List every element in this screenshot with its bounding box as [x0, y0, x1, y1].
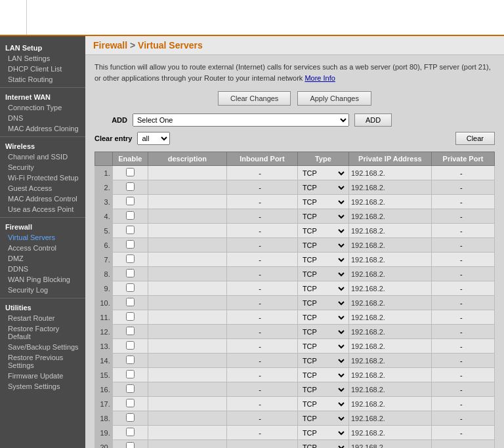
ip-last-octet[interactable]: [385, 169, 405, 177]
description-input[interactable]: [150, 213, 224, 220]
description-input[interactable]: [150, 285, 224, 293]
ip-last-octet[interactable]: [385, 184, 405, 192]
private-port-start[interactable]: [434, 357, 460, 365]
ip-last-octet[interactable]: [385, 342, 405, 350]
sidebar-item-channel-ssid[interactable]: Channel and SSID: [0, 152, 85, 162]
type-select[interactable]: TCPUDPBoth: [300, 342, 346, 351]
type-select[interactable]: TCPUDPBoth: [300, 414, 346, 423]
description-input[interactable]: [150, 314, 224, 321]
inbound-port-start[interactable]: [229, 443, 259, 449]
enable-checkbox[interactable]: [126, 240, 135, 249]
type-select[interactable]: TCPUDPBoth: [300, 327, 346, 336]
private-port-start[interactable]: [434, 285, 460, 293]
inbound-port-start[interactable]: [229, 256, 259, 264]
clear-button[interactable]: Clear: [455, 132, 495, 145]
sidebar-item-access-control[interactable]: Access Control: [0, 243, 85, 253]
enable-checkbox[interactable]: [126, 197, 135, 205]
private-port-end[interactable]: [463, 314, 489, 321]
inbound-port-end[interactable]: [261, 285, 291, 293]
private-port-end[interactable]: [463, 415, 489, 422]
inbound-port-end[interactable]: [261, 169, 291, 177]
enable-checkbox[interactable]: [126, 428, 135, 436]
inbound-port-start[interactable]: [229, 241, 259, 249]
private-port-end[interactable]: [463, 328, 489, 336]
inbound-port-start[interactable]: [229, 198, 259, 206]
type-select[interactable]: TCPUDPBoth: [300, 226, 346, 235]
clear-changes-button[interactable]: Clear Changes: [218, 91, 291, 106]
type-select[interactable]: TCPUDPBoth: [300, 241, 346, 250]
description-input[interactable]: [150, 357, 224, 365]
more-info-link[interactable]: More Info: [304, 74, 335, 82]
inbound-port-end[interactable]: [261, 342, 291, 350]
type-select[interactable]: TCPUDPBoth: [300, 298, 346, 308]
inbound-port-start[interactable]: [229, 429, 259, 437]
enable-checkbox[interactable]: [126, 283, 135, 292]
private-port-end[interactable]: [463, 227, 489, 235]
sidebar-item-firmware[interactable]: Firmware Update: [0, 371, 85, 381]
inbound-port-end[interactable]: [261, 429, 291, 437]
ip-last-octet[interactable]: [385, 357, 405, 365]
inbound-port-end[interactable]: [261, 415, 291, 422]
type-select[interactable]: TCPUDPBoth: [300, 371, 346, 380]
inbound-port-start[interactable]: [229, 342, 259, 350]
inbound-port-end[interactable]: [261, 256, 291, 264]
inbound-port-end[interactable]: [261, 299, 291, 307]
private-port-end[interactable]: [463, 169, 489, 177]
sidebar-item-restart[interactable]: Restart Router: [0, 313, 85, 323]
ip-last-octet[interactable]: [385, 213, 405, 220]
private-port-end[interactable]: [463, 357, 489, 365]
ip-last-octet[interactable]: [385, 328, 405, 336]
sidebar-item-dns[interactable]: DNS: [0, 113, 85, 123]
description-input[interactable]: [150, 443, 224, 449]
ip-last-octet[interactable]: [385, 400, 405, 408]
enable-checkbox[interactable]: [126, 168, 135, 176]
private-port-start[interactable]: [434, 386, 460, 394]
description-input[interactable]: [150, 386, 224, 394]
inbound-port-start[interactable]: [229, 270, 259, 278]
description-input[interactable]: [150, 371, 224, 379]
private-port-start[interactable]: [434, 371, 460, 379]
sidebar-item-virtual-servers[interactable]: Virtual Servers: [0, 232, 85, 243]
sidebar-item-mac-cloning[interactable]: MAC Address Cloning: [0, 123, 85, 134]
enable-checkbox[interactable]: [126, 356, 135, 364]
enable-checkbox[interactable]: [126, 312, 135, 321]
add-button[interactable]: ADD: [354, 113, 392, 127]
private-port-start[interactable]: [434, 415, 460, 422]
description-input[interactable]: [150, 429, 224, 437]
sidebar-item-wifi-protected[interactable]: Wi-Fi Protected Setup: [0, 173, 85, 183]
ip-last-octet[interactable]: [385, 270, 405, 278]
private-port-start[interactable]: [434, 328, 460, 336]
inbound-port-start[interactable]: [229, 169, 259, 177]
ip-last-octet[interactable]: [385, 371, 405, 379]
ip-last-octet[interactable]: [385, 227, 405, 235]
inbound-port-end[interactable]: [261, 198, 291, 206]
inbound-port-start[interactable]: [229, 328, 259, 336]
inbound-port-start[interactable]: [229, 227, 259, 235]
private-port-start[interactable]: [434, 443, 460, 449]
enable-checkbox[interactable]: [126, 255, 135, 263]
description-input[interactable]: [150, 415, 224, 422]
type-select[interactable]: TCPUDPBoth: [300, 270, 346, 279]
inbound-port-start[interactable]: [229, 400, 259, 408]
inbound-port-start[interactable]: [229, 184, 259, 192]
sidebar-item-ddns[interactable]: DDNS: [0, 264, 85, 274]
private-port-end[interactable]: [463, 256, 489, 264]
inbound-port-start[interactable]: [229, 386, 259, 394]
enable-checkbox[interactable]: [126, 226, 135, 234]
type-select[interactable]: TCPUDPBoth: [300, 385, 346, 394]
apply-changes-button[interactable]: Apply Changes: [297, 91, 371, 106]
private-port-start[interactable]: [434, 198, 460, 206]
sidebar-item-factory-default[interactable]: Restore Factory Default: [0, 323, 85, 342]
type-select[interactable]: TCPUDPBoth: [300, 356, 346, 365]
type-select[interactable]: TCPUDPBoth: [300, 443, 346, 449]
private-port-end[interactable]: [463, 429, 489, 437]
ip-last-octet[interactable]: [385, 299, 405, 307]
inbound-port-end[interactable]: [261, 371, 291, 379]
description-input[interactable]: [150, 342, 224, 350]
sidebar-item-mac-control[interactable]: MAC Address Control: [0, 193, 85, 204]
inbound-port-end[interactable]: [261, 241, 291, 249]
inbound-port-end[interactable]: [261, 213, 291, 220]
enable-checkbox[interactable]: [126, 327, 135, 335]
private-port-start[interactable]: [434, 169, 460, 177]
private-port-end[interactable]: [463, 241, 489, 249]
